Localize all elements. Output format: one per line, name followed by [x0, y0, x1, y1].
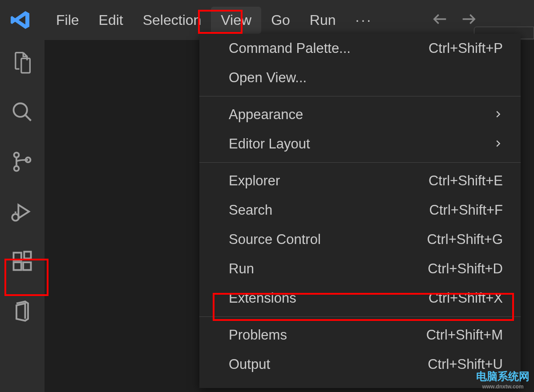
menu-item-shortcut: Ctrl+Shift+M — [426, 327, 503, 343]
svg-rect-6 — [14, 262, 21, 270]
menu-command-palette[interactable]: Command Palette... Ctrl+Shift+P — [199, 34, 521, 63]
chevron-right-icon — [493, 107, 503, 123]
activity-office-icon[interactable] — [9, 298, 36, 324]
watermark-url: www.dnxtw.com — [476, 384, 530, 390]
menu-source-control[interactable]: Source Control Ctrl+Shift+G — [199, 225, 521, 254]
menu-item-label: Run — [229, 261, 254, 277]
menu-run[interactable]: Run Ctrl+Shift+D — [199, 254, 521, 284]
menu-editor-layout[interactable]: Editor Layout — [199, 129, 521, 159]
menu-item-shortcut: Ctrl+Shift+X — [429, 290, 503, 306]
menu-appearance[interactable]: Appearance — [199, 100, 521, 129]
menu-go[interactable]: Go — [261, 7, 300, 34]
vscode-logo-icon — [10, 9, 31, 31]
menu-output[interactable]: Output Ctrl+Shift+U — [199, 350, 521, 379]
menu-divider — [199, 96, 521, 96]
menu-item-shortcut: Ctrl+Shift+G — [427, 232, 503, 248]
svg-rect-8 — [24, 252, 31, 258]
menu-item-shortcut: Ctrl+Shift+D — [428, 261, 503, 277]
menu-selection[interactable]: Selection — [133, 7, 211, 34]
menu-file[interactable]: File — [46, 7, 89, 34]
menu-edit[interactable]: Edit — [89, 7, 133, 34]
menu-item-label: Search — [229, 202, 272, 218]
watermark-text: 电脑系统网 — [476, 370, 530, 382]
activity-bar — [0, 40, 44, 324]
menu-item-label: Extensions — [229, 290, 296, 306]
menu-run[interactable]: Run — [300, 7, 346, 34]
menu-item-label: Explorer — [229, 173, 280, 189]
menu-bar: File Edit Selection View Go Run ··· — [46, 7, 382, 34]
nav-arrows — [431, 10, 477, 30]
menu-item-label: Appearance — [229, 107, 303, 123]
menu-item-label: Open View... — [229, 70, 307, 86]
menu-item-label: Source Control — [229, 232, 321, 248]
activity-explorer-icon[interactable] — [9, 49, 36, 76]
menu-open-view[interactable]: Open View... — [199, 63, 521, 92]
menu-extensions[interactable]: Extensions Ctrl+Shift+X — [199, 284, 521, 313]
svg-point-1 — [14, 152, 19, 157]
menu-item-label: Output — [229, 356, 270, 372]
nav-back-icon[interactable] — [431, 10, 449, 30]
menu-item-label: Editor Layout — [229, 136, 310, 152]
activity-search-icon[interactable] — [9, 99, 36, 125]
activity-source-control-icon[interactable] — [9, 148, 36, 175]
svg-rect-7 — [23, 262, 31, 270]
menu-divider — [199, 316, 521, 317]
menu-divider — [199, 162, 521, 163]
menu-problems[interactable]: Problems Ctrl+Shift+M — [199, 320, 521, 350]
menu-item-shortcut: Ctrl+Shift+P — [429, 40, 503, 56]
svg-rect-5 — [14, 253, 21, 260]
svg-point-2 — [14, 166, 19, 171]
menu-item-label: Problems — [229, 327, 287, 343]
activity-extensions-icon[interactable] — [9, 248, 36, 275]
watermark: 电脑系统网 www.dnxtw.com — [476, 369, 530, 390]
chevron-right-icon — [493, 136, 503, 152]
svg-point-0 — [14, 104, 27, 117]
menu-search[interactable]: Search Ctrl+Shift+F — [199, 196, 521, 225]
view-menu-dropdown: Command Palette... Ctrl+Shift+P Open Vie… — [199, 34, 521, 388]
menu-overflow[interactable]: ··· — [346, 7, 383, 34]
menu-item-shortcut: Ctrl+Shift+F — [429, 202, 503, 218]
menu-item-label: Command Palette... — [229, 40, 351, 56]
menu-item-shortcut: Ctrl+Shift+E — [429, 173, 503, 189]
menu-explorer[interactable]: Explorer Ctrl+Shift+E — [199, 166, 521, 196]
menu-view[interactable]: View — [211, 7, 261, 34]
activity-run-debug-icon[interactable] — [9, 198, 36, 225]
